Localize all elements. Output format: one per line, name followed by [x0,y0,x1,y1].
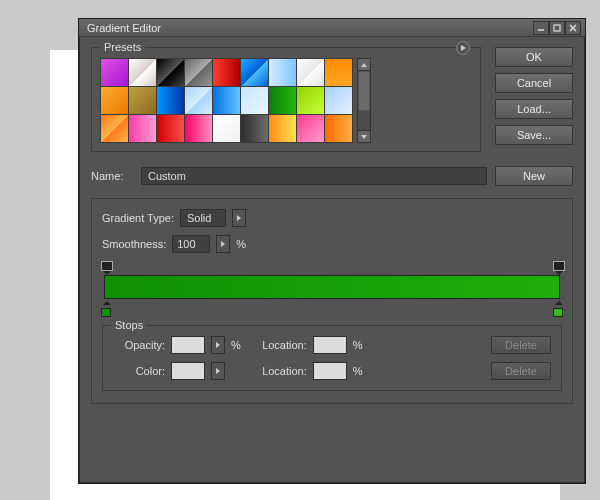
name-input[interactable] [141,167,487,185]
svg-marker-4 [361,63,367,67]
preset-swatch[interactable] [129,115,156,142]
color-stop-right[interactable] [553,303,563,317]
smoothness-unit: % [236,238,246,250]
gradient-type-group: Gradient Type: Solid Smoothness: % Stops [91,198,573,404]
preset-swatch[interactable] [241,59,268,86]
opacity-location-label: Location: [247,339,307,351]
presets-group: Presets [91,47,481,152]
name-label: Name: [91,170,133,182]
opacity-stepper[interactable] [211,336,225,354]
preset-swatch[interactable] [129,87,156,114]
minimize-button[interactable] [533,21,549,35]
color-picker-button[interactable] [211,362,225,380]
opacity-location-unit: % [353,339,363,351]
opacity-unit: % [231,339,241,351]
opacity-label: Opacity: [113,339,165,351]
preset-swatch[interactable] [101,87,128,114]
preset-swatches [100,58,353,143]
action-buttons: OK Cancel Load... Save... [495,47,573,152]
name-row: Name: New [91,166,573,186]
preset-swatch[interactable] [157,115,184,142]
smoothness-label: Smoothness: [102,238,166,250]
preset-swatch[interactable] [101,115,128,142]
opacity-stop-right[interactable] [553,261,563,273]
opacity-stop-left[interactable] [101,261,111,273]
preset-swatch[interactable] [129,59,156,86]
color-label: Color: [113,365,165,377]
ok-button[interactable]: OK [495,47,573,67]
close-button[interactable] [565,21,581,35]
gradient-editor-window: Gradient Editor Presets [78,18,586,484]
scroll-down-button[interactable] [358,130,370,142]
preset-swatch[interactable] [325,87,352,114]
opacity-location-input[interactable] [313,336,347,354]
preset-swatch[interactable] [157,87,184,114]
gradient-type-label: Gradient Type: [102,212,174,224]
color-location-label: Location: [247,365,307,377]
color-stop-left[interactable] [101,303,111,317]
preset-swatch[interactable] [213,115,240,142]
color-swatch-input[interactable] [171,362,205,380]
scroll-thumb[interactable] [358,71,370,111]
preset-swatch[interactable] [269,87,296,114]
opacity-delete-button: Delete [491,336,551,354]
new-button[interactable]: New [495,166,573,186]
preset-swatch[interactable] [185,87,212,114]
titlebar[interactable]: Gradient Editor [79,19,585,37]
preset-swatch[interactable] [185,59,212,86]
window-title: Gradient Editor [83,22,533,34]
preset-swatch[interactable] [213,87,240,114]
load-button[interactable]: Load... [495,99,573,119]
presets-menu-button[interactable] [456,41,470,55]
preset-swatch[interactable] [269,59,296,86]
preset-swatch[interactable] [325,115,352,142]
preset-swatch[interactable] [241,87,268,114]
stops-label: Stops [111,319,147,331]
preset-swatch[interactable] [297,87,324,114]
preset-swatch[interactable] [157,59,184,86]
presets-scrollbar[interactable] [357,58,371,143]
smoothness-stepper[interactable] [216,235,230,253]
svg-marker-5 [361,135,367,139]
scroll-up-button[interactable] [358,59,370,71]
preset-swatch[interactable] [213,59,240,86]
color-location-input[interactable] [313,362,347,380]
preset-swatch[interactable] [241,115,268,142]
maximize-button[interactable] [549,21,565,35]
color-location-unit: % [353,365,363,377]
svg-rect-1 [554,25,560,31]
color-delete-button: Delete [491,362,551,380]
preset-swatch[interactable] [185,115,212,142]
cancel-button[interactable]: Cancel [495,73,573,93]
preset-swatch[interactable] [297,115,324,142]
preset-swatch[interactable] [325,59,352,86]
preset-swatch[interactable] [101,59,128,86]
save-button[interactable]: Save... [495,125,573,145]
opacity-input[interactable] [171,336,205,354]
gradient-type-dropdown-icon[interactable] [232,209,246,227]
stops-group: Stops Opacity: % Location: % Delete Colo… [102,325,562,391]
scroll-track[interactable] [358,71,370,130]
preset-swatch[interactable] [297,59,324,86]
preset-swatch[interactable] [269,115,296,142]
window-body: Presets OK Cancel Load... Save... [79,37,585,414]
gradient-bar-area [104,261,560,317]
gradient-type-select[interactable]: Solid [180,209,226,227]
gradient-bar[interactable] [104,275,560,299]
window-buttons [533,21,581,35]
smoothness-input[interactable] [172,235,210,253]
presets-label: Presets [100,41,145,53]
